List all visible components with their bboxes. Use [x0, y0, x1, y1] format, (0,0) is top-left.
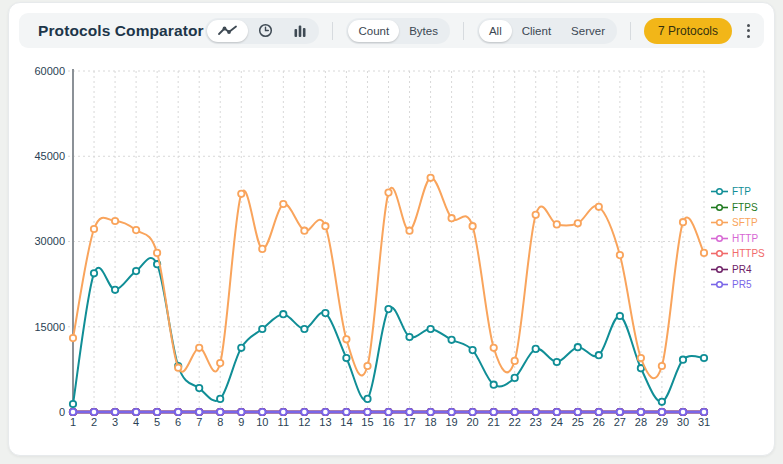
legend-item-http[interactable]: HTTP	[711, 233, 765, 244]
x-axis-label: 6	[175, 416, 181, 428]
series-point-sftp	[617, 252, 623, 258]
x-axis-label: 27	[614, 416, 626, 428]
series-point-ftp	[133, 268, 139, 274]
x-axis-label: 26	[593, 416, 605, 428]
legend-label: HTTPS	[732, 248, 765, 259]
series-point-sftp	[680, 219, 686, 225]
series-point-pr5	[385, 409, 391, 415]
series-point-sftp	[554, 221, 560, 227]
series-point-ftp	[259, 326, 265, 332]
series-point-sftp	[343, 336, 349, 342]
y-axis-label: 15000	[34, 321, 65, 333]
series-point-pr5	[533, 409, 539, 415]
chart-legend: FTPFTPSSFTPHTTPHTTPSPR4PR5	[711, 186, 765, 290]
series-point-pr5	[406, 409, 412, 415]
series-point-pr5	[70, 409, 76, 415]
x-axis-label: 11	[278, 416, 289, 428]
series-point-pr5	[133, 409, 139, 415]
legend-label: PR4	[732, 264, 751, 275]
series-point-ftp	[512, 375, 518, 381]
series-point-sftp	[112, 218, 118, 224]
series-point-pr5	[322, 409, 328, 415]
protocols-comparator-card: Protocols Comparator	[8, 2, 775, 456]
series-point-pr5	[659, 409, 665, 415]
legend-item-sftp[interactable]: SFTP	[711, 217, 765, 228]
x-axis-label: 18	[424, 416, 436, 428]
x-axis-label: 4	[133, 416, 139, 428]
legend-item-ftps[interactable]: FTPS	[711, 202, 765, 213]
x-axis-label: 3	[112, 416, 118, 428]
x-axis-label: 24	[551, 416, 563, 428]
series-point-sftp	[469, 223, 475, 229]
legend-marker-icon	[711, 280, 728, 289]
legend-item-ftp[interactable]: FTP	[711, 186, 765, 197]
series-point-pr5	[701, 409, 707, 415]
series-point-sftp	[659, 363, 665, 369]
y-axis-label: 60000	[34, 65, 65, 77]
x-axis-label: 7	[196, 416, 202, 428]
x-axis-label: 25	[572, 416, 584, 428]
series-point-pr5	[343, 409, 349, 415]
legend-item-pr4[interactable]: PR4	[711, 264, 765, 275]
x-axis-label: 5	[154, 416, 160, 428]
x-axis-label: 16	[382, 416, 394, 428]
series-point-sftp	[512, 358, 518, 364]
legend-label: FTP	[732, 186, 751, 197]
x-axis-label: 29	[656, 416, 668, 428]
x-axis-label: 15	[361, 416, 373, 428]
series-point-pr5	[638, 409, 644, 415]
series-point-ftp	[575, 344, 581, 350]
series-point-ftp	[596, 352, 602, 358]
legend-marker-icon	[711, 218, 728, 227]
series-point-ftp	[680, 357, 686, 363]
x-axis-label: 30	[677, 416, 689, 428]
series-point-pr5	[554, 409, 560, 415]
series-point-pr5	[154, 409, 160, 415]
series-point-pr5	[575, 409, 581, 415]
series-point-sftp	[385, 189, 391, 195]
series-point-sftp	[280, 201, 286, 207]
series-point-ftp	[701, 355, 707, 361]
series-point-sftp	[448, 215, 454, 221]
legend-marker-icon	[711, 234, 728, 243]
series-point-pr5	[448, 409, 454, 415]
series-point-sftp	[491, 345, 497, 351]
series-point-ftp	[301, 326, 307, 332]
series-point-ftp	[364, 396, 370, 402]
legend-item-https[interactable]: HTTPS	[711, 248, 765, 259]
y-axis-label: 0	[59, 406, 65, 418]
x-axis-label: 20	[467, 416, 479, 428]
series-point-pr5	[112, 409, 118, 415]
series-point-sftp	[175, 365, 181, 371]
series-point-pr5	[91, 409, 97, 415]
series-point-ftp	[554, 359, 560, 365]
series-point-ftp	[112, 287, 118, 293]
series-point-pr5	[196, 409, 202, 415]
series-point-sftp	[217, 360, 223, 366]
series-point-ftp	[343, 355, 349, 361]
legend-marker-icon	[711, 203, 728, 212]
series-point-ftp	[427, 326, 433, 332]
series-point-sftp	[133, 227, 139, 233]
x-axis-label: 14	[340, 416, 352, 428]
legend-item-pr5[interactable]: PR5	[711, 279, 765, 290]
x-axis-label: 1	[70, 416, 76, 428]
x-axis-label: 19	[445, 416, 457, 428]
y-axis-label: 45000	[34, 150, 65, 162]
y-axis-label: 30000	[34, 235, 65, 247]
legend-marker-icon	[711, 265, 728, 274]
series-point-ftp	[322, 310, 328, 316]
x-axis-label: 23	[530, 416, 542, 428]
series-point-sftp	[322, 223, 328, 229]
legend-label: FTPS	[732, 202, 758, 213]
legend-marker-icon	[711, 249, 728, 258]
series-point-ftp	[385, 306, 391, 312]
series-point-ftp	[70, 401, 76, 407]
series-point-sftp	[533, 212, 539, 218]
series-point-pr5	[469, 409, 475, 415]
x-axis-label: 2	[91, 416, 97, 428]
series-point-pr5	[680, 409, 686, 415]
series-point-pr5	[617, 409, 623, 415]
legend-label: PR5	[732, 279, 751, 290]
series-point-pr5	[280, 409, 286, 415]
